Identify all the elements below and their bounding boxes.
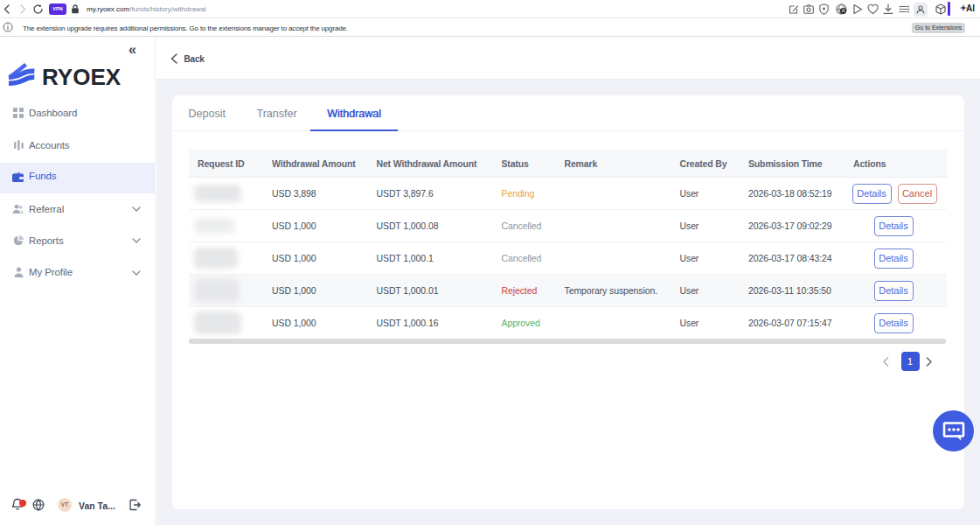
svg-text:A: A [842, 8, 845, 13]
